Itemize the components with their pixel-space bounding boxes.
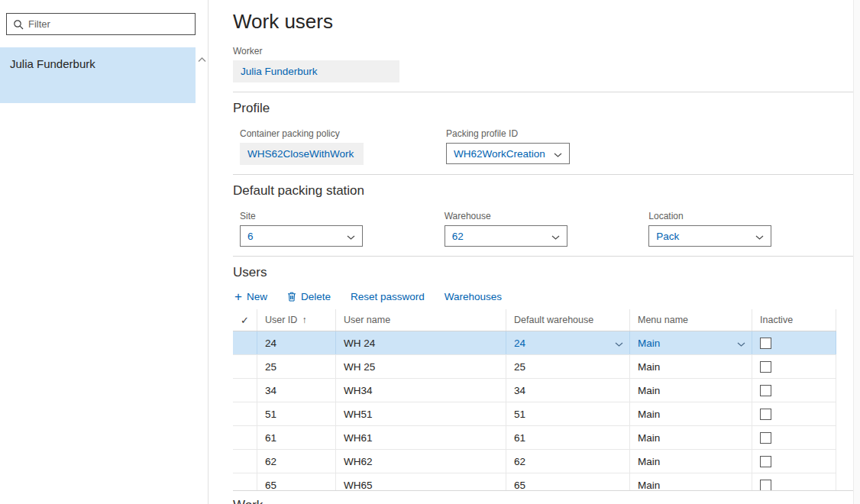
select-all-column-header[interactable]: ✓ [233,309,257,331]
cell-default-warehouse[interactable]: 62 [506,450,630,473]
column-header-menu-name[interactable]: Menu name [630,309,752,331]
location-combobox[interactable]: Pack [648,225,771,247]
column-header-inactive[interactable]: Inactive [752,309,836,331]
row-selector[interactable] [233,355,257,378]
inactive-checkbox[interactable] [760,456,771,467]
column-header-user-name[interactable]: User name [336,309,506,331]
cell-user-id[interactable]: 34 [257,379,336,402]
users-table: ✓ User ID ↑ User name Default warehouse … [233,309,836,490]
cell-default-warehouse[interactable]: 25 [506,355,630,378]
cell-default-warehouse[interactable]: 65 [506,473,630,490]
table-row[interactable]: 25 WH 25 25 Main [233,355,836,379]
section-divider [233,490,853,491]
table-row[interactable]: 34 WH34 34 Main [233,379,836,402]
worker-field[interactable]: Julia Funderburk [233,60,399,82]
chevron-down-icon[interactable] [554,148,562,160]
site-combobox[interactable]: 6 [240,225,363,247]
chevron-down-icon[interactable] [755,231,764,242]
warehouses-button[interactable]: Warehouses [445,291,502,302]
cell-user-name[interactable]: WH65 [336,473,506,490]
users-toolbar: + New Delete Reset password Warehouses [234,291,853,302]
inactive-checkbox[interactable] [760,432,771,444]
chevron-down-icon[interactable] [347,231,355,242]
cell-default-warehouse[interactable]: 51 [506,402,630,425]
inactive-checkbox[interactable] [760,409,771,420]
column-header-user-id[interactable]: User ID ↑ [257,309,336,331]
cell-user-name[interactable]: WH62 [336,450,506,473]
cell-menu-name[interactable]: Main [630,331,752,354]
column-header-default-warehouse[interactable]: Default warehouse [506,309,630,331]
inactive-checkbox[interactable] [760,361,771,373]
new-button[interactable]: + New [234,291,267,302]
cell-user-id[interactable]: 24 [257,331,336,354]
table-row[interactable]: 24 WH 24 24 Main [233,331,836,355]
row-selector[interactable] [233,402,257,425]
location-label: Location [648,211,853,221]
cell-user-id[interactable]: 62 [257,450,336,473]
container-packing-policy-field[interactable]: WHS62CloseWithWork [240,143,364,165]
cell-default-warehouse[interactable]: 61 [506,426,630,449]
clipped-row-region: 65 WH65 65 Main [233,473,836,490]
chevron-down-icon[interactable] [615,338,623,349]
worker-label: Worker [233,46,853,57]
cell-user-id[interactable]: 51 [257,402,336,425]
cell-user-name[interactable]: WH34 [336,379,506,402]
table-row[interactable]: 51 WH51 51 Main [233,402,836,426]
table-row[interactable]: 61 WH61 61 Main [233,426,836,450]
warehouse-combobox[interactable]: 62 [445,225,567,247]
cell-default-warehouse[interactable]: 24 [506,331,630,354]
table-row[interactable]: 65 WH65 65 Main [233,473,836,490]
filter-box[interactable] [6,13,196,35]
cell-menu-name[interactable]: Main [630,426,752,449]
cell-menu-name[interactable]: Main [630,379,752,402]
worker-list-item[interactable]: Julia Funderburk [0,47,196,103]
page-title: Work users [233,10,853,34]
inactive-checkbox[interactable] [760,338,771,349]
cell-user-name[interactable]: WH 25 [336,355,506,378]
cell-menu-name[interactable]: Main [630,355,752,378]
inactive-checkbox[interactable] [760,385,771,396]
cell-user-id[interactable]: 65 [257,473,336,490]
packing-profile-id-combobox[interactable]: WH62WorkCreation [446,143,570,164]
delete-button[interactable]: Delete [287,291,331,302]
worker-list-panel: Julia Funderburk [0,0,209,504]
table-row[interactable]: 62 WH62 62 Main [233,450,836,473]
check-icon: ✓ [241,315,249,326]
cell-inactive [752,331,836,354]
cell-menu-name[interactable]: Main [630,473,752,490]
users-section-heading: Users [233,265,853,280]
row-selector[interactable] [233,450,257,473]
plus-icon: + [234,292,242,302]
cell-default-warehouse[interactable]: 34 [506,379,630,402]
scroll-up-icon[interactable] [195,52,209,67]
site-value: 6 [247,231,254,242]
site-label: Site [240,211,445,221]
cell-menu-name[interactable]: Main [630,402,752,425]
reset-password-button[interactable]: Reset password [351,291,425,302]
cell-user-name[interactable]: WH61 [336,426,506,449]
section-divider [233,92,853,92]
cell-user-name[interactable]: WH51 [336,402,506,425]
section-divider [233,256,853,257]
row-selector[interactable] [233,379,257,402]
worker-list: Julia Funderburk [0,47,196,103]
default-packing-station-heading: Default packing station [233,183,853,199]
trash-icon [287,292,296,302]
chevron-down-icon[interactable] [551,231,560,242]
cell-user-name[interactable]: WH 24 [336,331,506,354]
cell-user-id[interactable]: 25 [257,355,336,378]
cell-inactive [752,355,836,378]
packing-profile-id-value: WH62WorkCreation [454,148,545,160]
work-users-form: Work users Worker Julia Funderburk Profi… [233,0,853,504]
section-divider [233,174,853,175]
cell-user-id[interactable]: 61 [257,426,336,449]
main-scrollbar[interactable] [853,0,860,504]
row-selector[interactable] [233,331,257,354]
chevron-down-icon[interactable] [737,338,745,349]
inactive-checkbox[interactable] [760,480,771,491]
row-selector[interactable] [233,473,257,490]
filter-input[interactable] [28,18,195,30]
row-selector[interactable] [233,426,257,449]
cell-inactive [752,473,836,490]
cell-menu-name[interactable]: Main [630,450,752,473]
